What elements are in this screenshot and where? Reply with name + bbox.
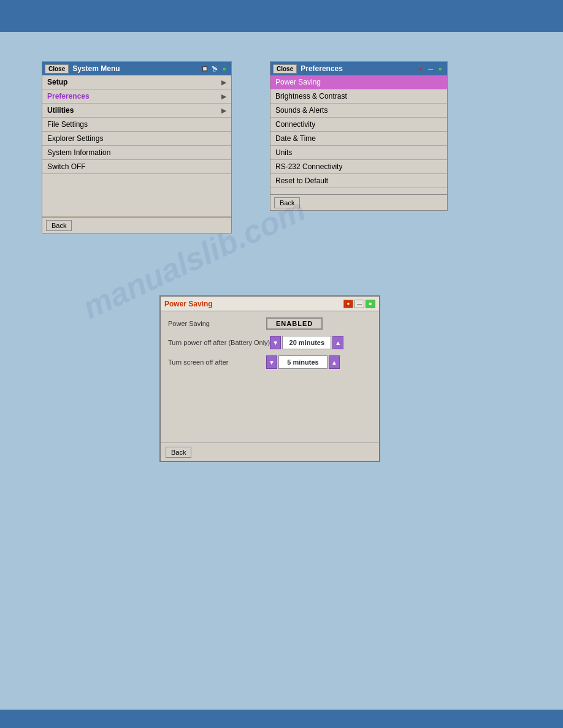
pref-item-connectivity[interactable]: Connectivity <box>270 118 447 132</box>
preferences-footer: Back <box>270 194 447 210</box>
power-saving-toggle-label: Power Saving <box>168 320 266 327</box>
system-menu-back-button[interactable]: Back <box>46 220 72 231</box>
power-saving-icon-red[interactable]: ● <box>343 300 353 308</box>
pref-item-sounds-label: Sounds & Alerts <box>275 106 327 115</box>
battery-off-row: Turn power off after (Battery Only) ▼ 20… <box>168 336 372 349</box>
pref-item-brightness[interactable]: Brightness & Contrast <box>270 89 447 104</box>
power-saving-dialog-footer: Back <box>161 442 379 461</box>
power-saving-titlebar-icons: ● — ■ <box>343 300 375 308</box>
screen-off-spinner: ▼ 5 minutes ▲ <box>266 355 340 369</box>
system-menu-close-button[interactable]: Close <box>45 64 69 74</box>
pref-item-reset-label: Reset to Default <box>275 176 328 185</box>
system-menu-icon2: 📡 <box>210 64 219 73</box>
menu-item-file-settings-label: File Settings <box>47 120 88 129</box>
screen-off-down-button[interactable]: ▼ <box>266 355 277 369</box>
power-saving-icon-green[interactable]: ■ <box>366 300 375 308</box>
menu-item-preferences-arrow: ▶ <box>221 93 226 100</box>
preferences-panel: Close Preferences ● — ■ Power Saving Bri… <box>270 61 448 211</box>
bottom-bar <box>0 710 563 728</box>
menu-item-utilities-label: Utilities <box>47 106 74 115</box>
pref-item-sounds[interactable]: Sounds & Alerts <box>270 104 447 118</box>
pref-item-rs232[interactable]: RS-232 Connectivity <box>270 160 447 174</box>
menu-item-switch-off-label: Switch OFF <box>47 162 86 171</box>
power-saving-icon-minus[interactable]: — <box>354 300 364 308</box>
pref-item-units[interactable]: Units <box>270 146 447 160</box>
screen-off-row: Turn screen off after ▼ 5 minutes ▲ <box>168 355 372 369</box>
content-area: Close System Menu 🔲 📡 ■ Setup ▶ Preferen… <box>0 32 563 710</box>
menu-item-setup-arrow: ▶ <box>221 79 226 86</box>
system-menu-icon3: ■ <box>220 64 229 73</box>
system-menu-icon1: 🔲 <box>201 64 209 73</box>
menu-item-preferences[interactable]: Preferences ▶ <box>42 89 231 104</box>
pref-item-reset[interactable]: Reset to Default <box>270 174 447 188</box>
menu-item-system-information-label: System Information <box>47 148 110 157</box>
pref-item-power-saving-label: Power Saving <box>275 78 321 86</box>
menu-item-utilities-arrow: ▶ <box>221 107 226 114</box>
power-saving-enabled-button[interactable]: ENABLED <box>266 317 323 330</box>
battery-off-up-button[interactable]: ▲ <box>332 336 343 349</box>
battery-off-label: Turn power off after (Battery Only) <box>168 339 270 346</box>
system-menu-title: System Menu <box>72 64 201 73</box>
preferences-back-button[interactable]: Back <box>274 197 300 208</box>
menu-item-file-settings[interactable]: File Settings <box>42 118 231 132</box>
pref-item-power-saving[interactable]: Power Saving <box>270 75 447 89</box>
power-saving-titlebar: Power Saving ● — ■ <box>161 297 379 311</box>
pref-icon-green: ■ <box>436 64 445 73</box>
system-menu-titlebar: Close System Menu 🔲 📡 ■ <box>42 62 231 75</box>
pref-item-date-time[interactable]: Date & Time <box>270 132 447 146</box>
menu-item-system-information[interactable]: System Information <box>42 146 231 160</box>
screen-off-up-button[interactable]: ▲ <box>329 355 340 369</box>
pref-icon-minus: — <box>426 64 435 73</box>
menu-item-setup[interactable]: Setup ▶ <box>42 75 231 89</box>
power-saving-toggle-row: Power Saving ENABLED <box>168 317 372 330</box>
menu-item-setup-label: Setup <box>47 78 67 86</box>
system-menu-panel: Close System Menu 🔲 📡 ■ Setup ▶ Preferen… <box>42 61 232 233</box>
top-bar <box>0 0 563 32</box>
battery-off-value: 20 minutes <box>282 336 331 349</box>
screen-off-value: 5 minutes <box>278 355 327 369</box>
battery-off-down-button[interactable]: ▼ <box>270 336 281 349</box>
system-menu-icons: 🔲 📡 ■ <box>201 64 229 73</box>
system-menu-footer: Back <box>42 217 231 233</box>
power-saving-dialog-title: Power Saving <box>164 300 343 308</box>
preferences-icons: ● — ■ <box>416 64 445 73</box>
battery-off-spinner: ▼ 20 minutes ▲ <box>270 336 343 349</box>
preferences-title: Preferences <box>301 64 416 73</box>
pref-item-rs232-label: RS-232 Connectivity <box>275 162 342 171</box>
preferences-close-button[interactable]: Close <box>273 64 297 74</box>
menu-item-explorer-settings[interactable]: Explorer Settings <box>42 132 231 146</box>
pref-icon-red: ● <box>416 64 425 73</box>
power-saving-dialog: Power Saving ● — ■ Power Saving ENABLED … <box>159 295 380 462</box>
pref-item-date-time-label: Date & Time <box>275 134 316 143</box>
pref-item-connectivity-label: Connectivity <box>275 120 315 129</box>
pref-item-brightness-label: Brightness & Contrast <box>275 92 347 100</box>
power-saving-dialog-body: Power Saving ENABLED Turn power off afte… <box>161 311 379 442</box>
power-saving-back-button[interactable]: Back <box>166 447 191 458</box>
menu-item-switch-off[interactable]: Switch OFF <box>42 160 231 174</box>
menu-item-utilities[interactable]: Utilities ▶ <box>42 104 231 118</box>
screen-off-label: Turn screen off after <box>168 358 266 366</box>
menu-item-preferences-label: Preferences <box>47 92 90 100</box>
pref-item-units-label: Units <box>275 148 292 157</box>
menu-item-explorer-settings-label: Explorer Settings <box>47 134 103 143</box>
preferences-titlebar: Close Preferences ● — ■ <box>270 62 447 75</box>
